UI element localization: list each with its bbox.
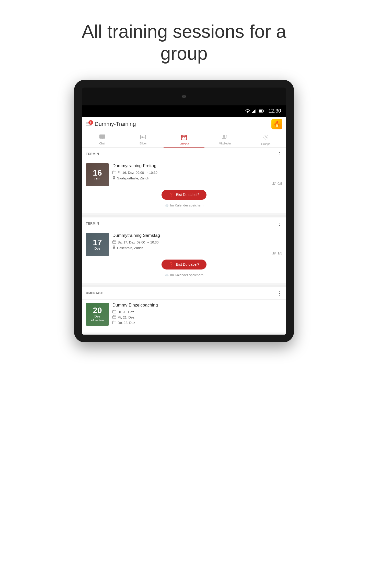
- svg-rect-1: [253, 111, 254, 113]
- calendar-save-row-2[interactable]: ☁️ Im Kalender speichern: [86, 271, 282, 280]
- termine-icon: [181, 134, 187, 142]
- day-number-2: 17: [93, 238, 102, 247]
- event-card-1: 16 Dez Dummytraining Freitag: [82, 160, 286, 213]
- more-options-3[interactable]: ⋮: [277, 290, 282, 296]
- svg-rect-25: [113, 241, 116, 244]
- svg-rect-6: [259, 110, 262, 112]
- svg-rect-26: [113, 240, 114, 241]
- day-month-1: Dez: [94, 177, 100, 181]
- svg-rect-34: [113, 315, 114, 316]
- attend-button-1[interactable]: ❓ Bist Du dabei?: [162, 190, 206, 200]
- bilder-icon: [140, 134, 146, 141]
- svg-rect-32: [115, 310, 116, 311]
- calendar-detail-icon-2: [112, 240, 116, 244]
- tablet-top-bar: [82, 88, 286, 105]
- more-options-1[interactable]: ⋮: [277, 151, 282, 157]
- day-number-3: 20: [93, 306, 102, 314]
- tab-termine[interactable]: Termine: [164, 132, 204, 148]
- svg-rect-36: [113, 321, 116, 324]
- svg-rect-30: [113, 310, 116, 313]
- mitglieder-icon: [222, 134, 228, 141]
- event-title-3: Dummy Einzelcoaching: [112, 303, 282, 308]
- status-bar: 12:30: [82, 105, 286, 117]
- section-termin-1: TERMIN ⋮ 16 Dez Dummytraining Freitag: [82, 148, 286, 213]
- plus-more-3: +4 weitere: [91, 319, 104, 322]
- event-date2-text-3: Mi, 21. Dez: [118, 315, 134, 319]
- app-avatar[interactable]: 🔥: [271, 119, 282, 129]
- svg-point-17: [223, 135, 225, 137]
- event-date3-3: Do, 22. Dez: [112, 321, 282, 325]
- event-location-text-2: Hasenrain, Zürich: [117, 246, 143, 250]
- svg-rect-37: [113, 321, 114, 321]
- svg-rect-0: [252, 112, 253, 113]
- tab-mitglieder-label: Mitglieder: [219, 142, 231, 145]
- event-thumbnail-3: 20 Dez +4 weitere: [86, 303, 109, 326]
- svg-rect-14: [185, 135, 186, 136]
- tablet-device: 12:30 6 Dummy-Training 🔥: [74, 80, 294, 342]
- wifi-icon: [245, 109, 250, 113]
- event-main-2: 17 Dez Dummytraining Samstag: [86, 233, 282, 256]
- svg-point-24: [275, 182, 276, 183]
- event-info-1: Dummytraining Freitag: [112, 163, 282, 186]
- action-row-1: ❓ Bist Du dabei?: [86, 190, 282, 200]
- event-thumbnail-1: 16 Dez: [86, 163, 109, 186]
- section-type-2: TERMIN: [86, 222, 99, 225]
- more-options-2[interactable]: ⋮: [277, 220, 282, 227]
- tab-chat-label: Chat: [99, 142, 105, 145]
- event-attendance-2: 1/5: [112, 251, 282, 255]
- calendar-detail-icon-1: [112, 170, 116, 175]
- tablet-camera: [182, 95, 186, 98]
- tab-mitglieder[interactable]: Mitglieder: [204, 132, 245, 148]
- calendar-detail-icon-3c: [112, 321, 116, 325]
- section-type-1: TERMIN: [86, 152, 99, 156]
- calendar-save-row-1[interactable]: ☁️ Im Kalender speichern: [86, 201, 282, 210]
- cloud-icon-1: ☁️: [165, 203, 169, 207]
- divider-2: [82, 285, 286, 287]
- notification-badge: 6: [88, 120, 93, 125]
- status-icons: 12:30: [245, 108, 281, 114]
- tablet-screen: 12:30 6 Dummy-Training 🔥: [82, 105, 286, 335]
- event-thumbnail-2: 17 Dez: [86, 233, 109, 256]
- question-icon-2: ❓: [169, 262, 174, 267]
- svg-point-19: [265, 137, 267, 138]
- event-date-2: Sa, 17. Dez 09:00 → 10:30: [112, 240, 282, 244]
- section-termin-2: TERMIN ⋮ 17 Dez Dummytraining Samstag: [82, 217, 286, 283]
- battery-icon: [259, 109, 264, 113]
- svg-rect-3: [255, 109, 256, 113]
- event-card-3: 20 Dez +4 weitere Dummy Einzelcoaching: [82, 300, 286, 333]
- event-main-3: 20 Dez +4 weitere Dummy Einzelcoaching: [86, 303, 282, 326]
- event-location-2: Hasenrain, Zürich: [112, 246, 282, 250]
- tab-chat[interactable]: Chat: [82, 132, 123, 148]
- event-main-1: 16 Dez Dummytraining Freitag: [86, 163, 282, 186]
- menu-button[interactable]: 6: [86, 122, 91, 126]
- svg-point-28: [273, 252, 274, 253]
- location-icon-1: [112, 176, 116, 181]
- event-date-1: Fr, 16. Dez 09:00 → 10:30: [112, 170, 282, 175]
- event-title-2: Dummytraining Samstag: [112, 233, 282, 238]
- question-icon-1: ❓: [169, 192, 174, 197]
- tab-gruppe-label: Gruppe: [261, 142, 271, 145]
- svg-rect-13: [182, 135, 183, 136]
- svg-rect-9: [86, 126, 91, 126]
- section-header-3: UMFRAGE ⋮: [82, 287, 286, 300]
- section-header-2: TERMIN ⋮: [82, 217, 286, 230]
- tab-bilder[interactable]: Bilder: [123, 132, 164, 148]
- event-attendance-1: 0/5: [112, 182, 282, 186]
- svg-rect-15: [182, 137, 183, 138]
- svg-rect-31: [113, 310, 114, 311]
- attend-button-2[interactable]: ❓ Bist Du dabei?: [162, 260, 206, 270]
- action-row-2: ❓ Bist Du dabei?: [86, 260, 282, 270]
- tab-gruppe[interactable]: Gruppe: [245, 132, 286, 148]
- event-date-text-2: Sa, 17. Dez 09:00 → 10:30: [118, 240, 158, 244]
- tab-termine-label: Termine: [179, 142, 189, 145]
- svg-rect-35: [115, 315, 116, 316]
- chat-icon: [99, 134, 105, 141]
- svg-rect-20: [113, 171, 116, 174]
- event-location-text-1: Saalsporthalle, Zürich: [117, 176, 149, 180]
- app-bar: 6 Dummy-Training 🔥: [82, 117, 286, 132]
- day-overlay-2: 17 Dez: [86, 233, 109, 256]
- divider-1: [82, 215, 286, 217]
- event-date2-3: Mi, 21. Dez: [112, 315, 282, 320]
- svg-rect-38: [115, 321, 116, 321]
- svg-rect-2: [254, 110, 255, 113]
